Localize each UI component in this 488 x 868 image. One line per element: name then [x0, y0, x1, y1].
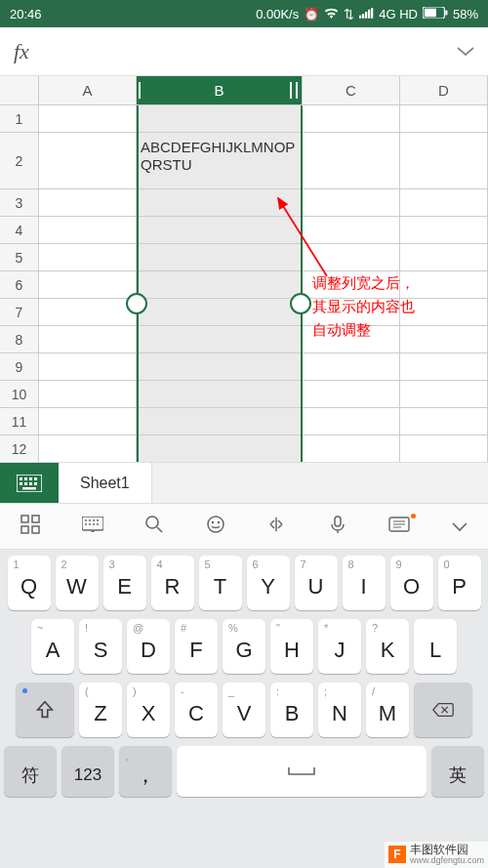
formula-bar[interactable]: fx	[0, 27, 488, 76]
key-v[interactable]: _V	[223, 682, 265, 737]
key-e[interactable]: 3E	[103, 556, 146, 610]
key-w[interactable]: 2W	[56, 556, 99, 610]
select-all-corner[interactable]	[0, 76, 39, 105]
cell[interactable]	[137, 299, 303, 326]
keyboard-toggle-button[interactable]	[0, 463, 59, 503]
cell[interactable]	[39, 353, 137, 381]
key-t[interactable]: 5T	[199, 556, 242, 610]
comma-key[interactable]: 。，	[119, 746, 172, 797]
cell[interactable]	[400, 133, 488, 189]
grid-icon[interactable]	[20, 515, 40, 539]
cell[interactable]	[39, 244, 137, 271]
shift-key[interactable]	[16, 682, 74, 737]
column-resize-handle-left[interactable]	[126, 293, 147, 314]
cell[interactable]	[400, 353, 488, 381]
row-header[interactable]: 8	[0, 326, 39, 353]
language-key[interactable]: 英	[431, 746, 484, 797]
keyboard-switch-icon[interactable]	[82, 517, 103, 537]
key-l[interactable]: L	[414, 619, 457, 674]
cell[interactable]	[400, 105, 488, 133]
key-u[interactable]: 7U	[295, 556, 338, 610]
tab-sheet1[interactable]: Sheet1	[59, 463, 152, 503]
row-header[interactable]: 9	[0, 353, 39, 381]
collapse-icon[interactable]	[452, 517, 468, 537]
key-d[interactable]: @D	[127, 619, 170, 674]
key-h[interactable]: "H	[270, 619, 313, 674]
cell-b2[interactable]: ABCDEFGHIJKLMNOPQRSTU	[137, 133, 303, 189]
key-p[interactable]: 0P	[438, 556, 481, 610]
key-x[interactable]: )X	[127, 682, 170, 737]
clipboard-icon[interactable]	[388, 517, 410, 537]
backspace-key[interactable]	[414, 682, 472, 737]
key-g[interactable]: %G	[223, 619, 265, 674]
cell[interactable]	[39, 326, 137, 353]
row-header[interactable]: 4	[0, 217, 39, 244]
row-header[interactable]: 1	[0, 105, 39, 133]
cell[interactable]	[137, 435, 303, 462]
cell[interactable]	[303, 408, 400, 435]
key-z[interactable]: (Z	[79, 682, 122, 737]
cell[interactable]	[400, 244, 488, 271]
cell[interactable]	[137, 381, 303, 408]
key-j[interactable]: *J	[318, 619, 361, 674]
key-k[interactable]: ?K	[366, 619, 409, 674]
key-n[interactable]: ;N	[318, 682, 361, 737]
key-r[interactable]: 4R	[151, 556, 194, 610]
cell[interactable]	[39, 217, 137, 244]
row-header[interactable]: 3	[0, 189, 39, 217]
key-s[interactable]: !S	[79, 619, 122, 674]
key-q[interactable]: 1Q	[8, 556, 51, 610]
cell[interactable]	[400, 408, 488, 435]
row-header[interactable]: 11	[0, 408, 39, 435]
col-header-d[interactable]: D	[400, 76, 488, 105]
cursor-icon[interactable]	[266, 515, 286, 539]
row-header[interactable]: 6	[0, 271, 39, 299]
key-f[interactable]: #F	[175, 619, 218, 674]
key-i[interactable]: 8I	[343, 556, 386, 610]
cell[interactable]	[39, 271, 137, 299]
emoji-icon[interactable]	[206, 515, 225, 539]
col-header-b[interactable]: B	[137, 76, 303, 105]
numeric-key[interactable]: 123	[61, 746, 114, 797]
cell[interactable]	[400, 189, 488, 217]
row-header[interactable]: 7	[0, 299, 39, 326]
row-header[interactable]: 12	[0, 435, 39, 462]
key-m[interactable]: /M	[366, 682, 409, 737]
col-header-c[interactable]: C	[303, 76, 400, 105]
cell[interactable]	[137, 105, 303, 133]
cell[interactable]	[39, 133, 137, 189]
cell[interactable]	[303, 105, 400, 133]
row-header[interactable]: 5	[0, 244, 39, 271]
chevron-down-icon[interactable]	[457, 43, 474, 61]
cell[interactable]	[137, 353, 303, 381]
voice-icon[interactable]	[328, 515, 347, 539]
cell[interactable]	[303, 353, 400, 381]
col-header-a[interactable]: A	[39, 76, 137, 105]
cell[interactable]	[39, 381, 137, 408]
key-c[interactable]: -C	[175, 682, 218, 737]
cell[interactable]	[39, 189, 137, 217]
key-o[interactable]: 9O	[390, 556, 433, 610]
space-key[interactable]	[177, 746, 427, 797]
cell[interactable]	[400, 217, 488, 244]
spreadsheet[interactable]: A B C D 1 2 ABCDEFGHIJKLMNOPQRSTU 3 4 5 …	[0, 76, 488, 462]
column-resize-handle-right[interactable]	[290, 293, 311, 314]
cell[interactable]	[400, 381, 488, 408]
cell[interactable]	[137, 408, 303, 435]
search-icon[interactable]	[144, 515, 164, 539]
cell[interactable]	[303, 435, 400, 462]
key-a[interactable]: ~A	[31, 619, 74, 674]
cell[interactable]	[39, 435, 137, 462]
cell[interactable]	[39, 408, 137, 435]
symbol-key[interactable]: 符	[4, 746, 57, 797]
cell[interactable]	[39, 105, 137, 133]
cell[interactable]	[303, 381, 400, 408]
cell[interactable]	[303, 133, 400, 189]
key-y[interactable]: 6Y	[247, 556, 290, 610]
row-header[interactable]: 10	[0, 381, 39, 408]
row-header[interactable]: 2	[0, 133, 39, 189]
cell[interactable]	[137, 326, 303, 353]
cell[interactable]	[39, 299, 137, 326]
cell[interactable]	[400, 435, 488, 462]
key-b[interactable]: :B	[270, 682, 313, 737]
